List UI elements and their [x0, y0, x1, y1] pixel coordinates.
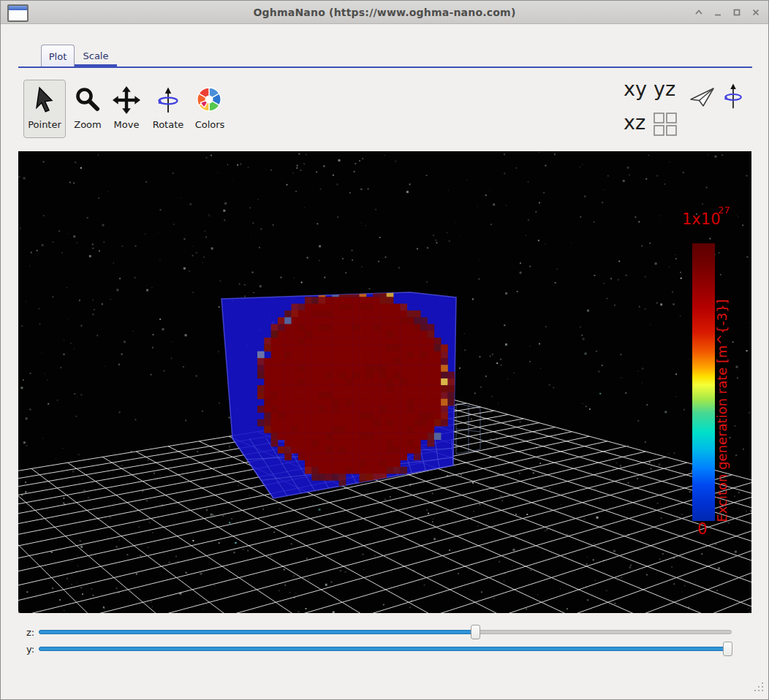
move-arrows-icon — [110, 83, 143, 117]
rotate-button[interactable]: Rotate — [149, 80, 187, 138]
rotate-axis-icon — [720, 81, 746, 112]
colorbar-min-label: 0 — [697, 520, 707, 538]
rotate-label: Rotate — [153, 119, 184, 130]
y-slider-track[interactable] — [39, 647, 732, 651]
colorbar-max-exponent: 27 — [718, 205, 730, 216]
z-slider-track[interactable] — [39, 630, 732, 634]
z-slider-fill — [39, 630, 475, 634]
colorbar-axis-title: Exciton generation rate [m^{-3}] — [714, 299, 730, 522]
resize-grip[interactable] — [751, 680, 763, 691]
y-slider-handle[interactable] — [723, 642, 732, 656]
magnifier-icon — [71, 83, 105, 117]
z-slider-handle[interactable] — [471, 625, 480, 639]
colorbar-max-label: 1x10 — [682, 210, 721, 228]
z-slider-label: z: — [26, 627, 34, 638]
pointer-label: Pointer — [28, 119, 61, 130]
chevron-up-icon — [694, 7, 704, 18]
zoom-label: Zoom — [74, 119, 101, 130]
zoom-button[interactable]: Zoom — [70, 80, 105, 138]
window-app-icon — [7, 4, 29, 22]
app-window: OghmaNano (https://www.oghma-nano.com) P… — [0, 0, 769, 700]
colorbar-gradient-bar — [692, 243, 715, 521]
view-xy-button[interactable]: xy — [624, 78, 647, 100]
titlebar[interactable]: OghmaNano (https://www.oghma-nano.com) — [1, 1, 768, 24]
y-slider-label: y: — [26, 644, 34, 655]
toolbar: Pointer Zoom Move — [1, 74, 769, 143]
colors-button[interactable]: Colors — [191, 80, 229, 138]
color-wheel-icon — [193, 83, 227, 117]
rotate-axis-icon — [151, 83, 185, 117]
colors-label: Colors — [195, 119, 225, 130]
split-view-button[interactable] — [652, 111, 678, 137]
window-controls — [692, 1, 762, 24]
colorbar: 1x10 27 0 Exciton generation rate [m^{-3… — [682, 205, 730, 538]
maximize-button[interactable] — [730, 6, 743, 19]
move-label: Move — [114, 119, 140, 130]
tab-bar: Plot Scale — [18, 43, 752, 68]
pointer-button[interactable]: Pointer — [23, 80, 66, 138]
window-title: OghmaNano (https://www.oghma-nano.com) — [1, 7, 768, 18]
close-icon — [751, 7, 761, 18]
minimize-button[interactable] — [711, 6, 724, 19]
tab-plot[interactable]: Plot — [41, 45, 75, 67]
paper-plane-icon — [689, 84, 716, 112]
close-button[interactable] — [749, 6, 762, 19]
fly-scene-button[interactable] — [688, 83, 717, 113]
shade-button[interactable] — [692, 6, 705, 19]
view-xz-button[interactable]: xz — [624, 112, 645, 134]
pointer-icon — [28, 83, 61, 117]
maximize-icon — [732, 7, 742, 18]
3d-viewport[interactable]: 1x10 27 0 Exciton generation rate [m^{-3… — [18, 151, 751, 613]
y-slider-fill — [39, 647, 727, 651]
grid-quad-icon — [653, 112, 678, 137]
minimize-icon — [713, 7, 723, 18]
move-button[interactable]: Move — [109, 80, 144, 138]
view-yz-button[interactable]: yz — [654, 78, 675, 100]
notebook-border — [18, 66, 752, 68]
rotate-view-button[interactable] — [720, 81, 746, 112]
